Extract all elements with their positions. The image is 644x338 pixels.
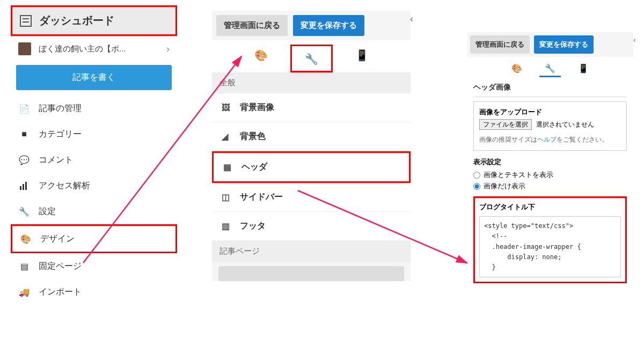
blog-selector[interactable]: ぼく達の飼い主の【ポ... › [11,36,177,62]
blog-name: ぼく達の飼い主の【ポ... [39,44,126,54]
sidebar-item-posts[interactable]: 📄 記事の管理 [11,95,177,121]
sidebar-item-categories[interactable]: ■ カテゴリー [11,121,177,147]
sidebar-icon: ◫ [222,192,232,203]
header-settings-panel: 管理画面に戻る 変更を保存する ‹ 🎨 🔧 📱 ヘッダ画像 画像をアップロード … [467,32,633,289]
radio-input[interactable] [473,183,480,190]
back-button[interactable]: 管理画面に戻る [216,15,288,36]
folder-icon: ■ [18,128,30,140]
radio-input[interactable] [473,172,480,179]
file-none-text: 選択されていません [536,121,594,128]
item-label: フッタ [240,221,266,232]
sidebar-item-comments[interactable]: 💬 コメント [11,147,177,173]
footer-icon: ▥ [222,221,232,232]
sidebar-label: カテゴリー [39,129,82,140]
import-icon: 🚚 [18,286,30,298]
tab-wrench-highlight: 🔧 [290,45,333,72]
item-bg-color[interactable]: ◢ 背景色 [212,122,411,151]
sidebar-label: デザイン [40,233,75,245]
dashboard-icon [20,15,32,27]
palette-icon: 🎨 [20,233,32,245]
item-label: 背景色 [240,131,266,142]
mobile-icon: 📱 [355,49,369,61]
item-sidebar[interactable]: ◫ サイドバー [212,183,411,212]
collapse-icon[interactable]: ‹ [410,13,413,25]
upload-label: 画像をアップロード [479,107,621,117]
section-title: ヘッダ画像 [473,83,627,97]
radio-label: 画像だけ表示 [484,181,525,191]
header-image-section: ヘッダ画像 画像をアップロード ファイルを選択 選択されていません 画像の推奨サ… [467,77,633,289]
svg-rect-1 [23,184,24,190]
help-link[interactable]: ヘルプ [537,136,557,143]
sidebar-item-import[interactable]: 🚚 インポート [11,279,177,305]
blog-title-below-section: ブログタイトル下 <style type="text/css"> <!-- .h… [473,196,627,283]
sidebar-item-pages[interactable]: ▤ 固定ページ [11,253,177,279]
placeholder-row [218,266,404,281]
tab-row: 🎨 🔧 📱 [212,40,411,72]
custom-css-textarea[interactable]: <style type="text/css"> <!-- .header-ima… [479,216,621,277]
collapse-icon[interactable]: ‹ [633,35,636,44]
dashboard-label: ダッシュボード [39,13,114,28]
sidebar-panel: ダッシュボード ぼく達の飼い主の【ポ... › 記事を書く 📄 記事の管理 ■ … [11,5,177,305]
item-header[interactable]: ▦ ヘッダ [212,151,411,183]
sidebar-item-settings[interactable]: 🔧 設定 [11,199,177,224]
settings-list: 全般 🖼 背景画像 ◢ 背景色 ▦ ヘッダ ◫ サイドバー ▥ フッタ 記事ペー… [212,72,411,281]
tab-wrench[interactable]: 🔧 [297,48,326,69]
sidebar-label: インポート [39,286,82,298]
help-text: 画像の推奨サイズはヘルプをご覧ください。 [479,135,621,145]
section-article: 記事ページ [212,241,411,262]
code-section-title: ブログタイトル下 [479,202,621,212]
palette-icon: 🎨 [511,64,522,73]
wrench-icon: 🔧 [305,53,318,65]
file-select-button[interactable]: ファイルを選択 [479,119,532,130]
sidebar-label: 記事の管理 [39,103,82,114]
write-post-button[interactable]: 記事を書く [16,65,172,90]
wrench-icon: 🔧 [18,205,30,217]
section-general: 全般 [212,72,411,93]
palette-icon: 🎨 [254,49,268,61]
comment-icon: 💬 [18,154,30,166]
sidebar-label: 固定ページ [39,261,82,272]
wrench-icon: 🔧 [545,64,555,73]
tab-mobile[interactable]: 📱 [348,45,376,72]
upload-box: 画像をアップロード ファイルを選択 選択されていません 画像の推奨サイズはヘルプ… [473,101,627,151]
help-post: をご覧ください。 [557,136,608,143]
item-label: サイドバー [240,192,283,203]
display-settings: 表示設定 画像とテキストを表示 画像だけ表示 [473,157,627,191]
item-bg-image[interactable]: 🖼 背景画像 [212,93,411,122]
sidebar-item-design[interactable]: 🎨 デザイン [11,224,177,253]
svg-rect-2 [25,182,27,190]
sidebar-item-analytics[interactable]: アクセス解析 [11,173,177,199]
item-label: 背景画像 [240,102,274,113]
help-pre: 画像の推奨サイズは [479,136,537,143]
toolbar: 管理画面に戻る 変更を保存する ‹ [467,32,633,57]
file-icon: 📄 [18,102,30,114]
paint-icon: ◢ [222,131,232,142]
tab-mobile[interactable]: 📱 [573,60,594,77]
save-button[interactable]: 変更を保存する [534,35,594,54]
item-footer[interactable]: ▥ フッタ [212,212,411,241]
sidebar-label: 設定 [39,206,56,217]
back-button[interactable]: 管理画面に戻る [470,35,530,54]
dashboard-item[interactable]: ダッシュボード [11,5,177,36]
blog-avatar-icon [18,42,31,55]
radio-image-text[interactable]: 画像とテキストを表示 [473,170,627,180]
toolbar: 管理画面に戻る 変更を保存する ‹ [212,11,411,40]
item-label: ヘッダ [241,161,267,173]
chevron-right-icon: › [166,43,170,55]
header-icon: ▦ [223,162,234,173]
pages-icon: ▤ [18,260,30,272]
tab-wrench[interactable]: 🔧 [539,60,561,77]
mobile-icon: 📱 [578,64,589,73]
sidebar-label: コメント [39,155,73,166]
display-title: 表示設定 [473,157,627,167]
svg-rect-0 [20,186,21,190]
tab-row: 🎨 🔧 📱 [467,57,633,77]
chart-icon [18,180,30,192]
image-icon: 🖼 [222,102,232,113]
radio-image-only[interactable]: 画像だけ表示 [473,181,627,191]
save-button[interactable]: 変更を保存する [293,15,364,36]
radio-label: 画像とテキストを表示 [484,170,553,180]
tab-palette[interactable]: 🎨 [506,60,528,77]
tab-palette[interactable]: 🎨 [247,45,275,72]
sidebar-label: アクセス解析 [39,180,90,192]
